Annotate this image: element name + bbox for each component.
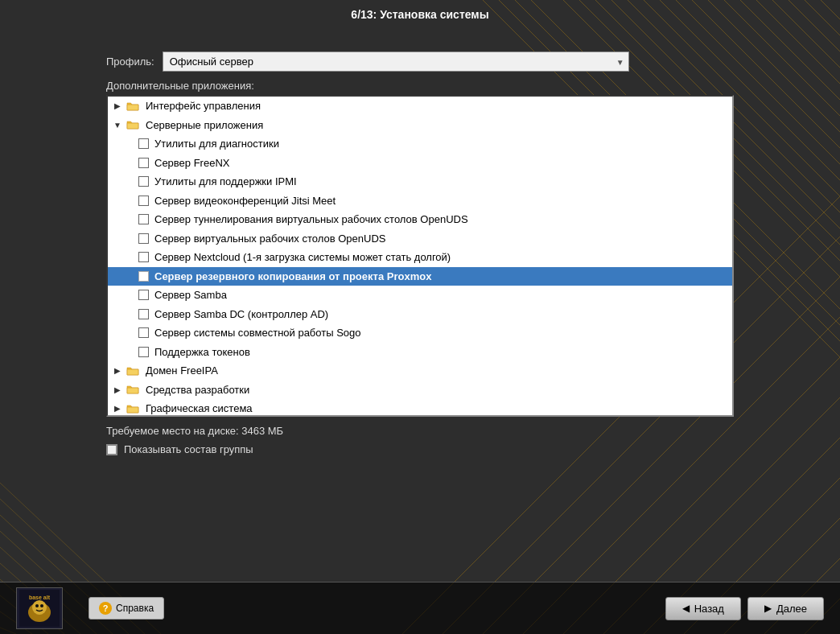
svg-point-53 [32,600,47,615]
help-icon: ? [99,602,112,615]
svg-point-55 [40,604,43,607]
nav-buttons: ◀ Назад ▶ Далее [665,597,824,620]
logo-area: base alt [16,587,80,629]
show-group-label: Показывать состав группы [124,443,253,455]
label-sogo: Сервер системы совместной работы Sogo [154,325,361,341]
profile-label: Профиль: [106,56,154,68]
back-button[interactable]: ◀ Назад [665,597,741,620]
logo-box: base alt [16,587,63,629]
tree-item-sogo[interactable]: Сервер системы совместной работы Sogo [108,323,732,343]
label-graphics: Графическая система [146,401,253,417]
label-openuds-tunnel: Сервер туннелирования виртуальных рабочи… [154,212,468,228]
disk-space: Требуемое место на диске: 3463 МБ [106,425,734,437]
toggle-freeipa[interactable]: ▶ [111,364,124,377]
folder-icon-server-apps [126,119,140,130]
tree-item-dev-tools[interactable]: ▶ Средства разработки [108,381,732,400]
label-server-apps: Серверные приложения [146,117,263,134]
main-content: Профиль: Офисный сервер Рабочая станция … [90,35,750,471]
next-arrow: ▶ [764,603,772,614]
tree-item-ipmi-utils[interactable]: Утилиты для поддержки IPMI [108,172,732,191]
checkbox-ipmi-utils[interactable] [138,176,149,187]
help-button[interactable]: ? Справка [89,597,164,620]
folder-icon-freeipa [126,365,140,377]
checkbox-sogo[interactable] [138,327,149,338]
tree-item-tokens[interactable]: Поддержка токенов [108,343,732,362]
svg-rect-46 [127,388,138,393]
checkbox-tokens[interactable] [138,347,149,357]
tree-item-proxmox-backup[interactable]: Сервер резервного копирования от проекта… [108,267,732,286]
label-jitsi: Сервер видеоконференций Jitsi Meet [154,193,336,209]
label-samba: Сервер Samba [154,287,227,303]
svg-rect-44 [127,123,138,129]
tree-container[interactable]: ▶ Интерфейс управления▼ Серверные прилож… [106,95,734,417]
label-samba-dc: Сервер Samba DC (контроллер AD) [154,307,328,323]
tree-item-diag-utils[interactable]: Утилиты для диагностики [108,134,732,154]
checkbox-openuds-vdi[interactable] [138,233,149,244]
tree-item-freeipa[interactable]: ▶ Домен FreeIPA [108,361,732,381]
svg-rect-43 [127,105,138,110]
profile-select[interactable]: Офисный сервер Рабочая станция Минимальн… [163,51,629,72]
additional-apps-label: Дополнительные приложения: [106,80,734,92]
folder-icon-mgmt-interface [126,101,140,112]
show-group-row: Показывать состав группы [106,443,734,455]
toggle-mgmt-interface[interactable]: ▶ [111,100,124,113]
checkbox-freenx[interactable] [138,158,149,168]
profile-select-wrapper: Офисный сервер Рабочая станция Минимальн… [163,51,629,72]
tree-item-graphics[interactable]: ▶ Графическая система [108,399,732,417]
next-button[interactable]: ▶ Далее [747,597,824,620]
label-ipmi-utils: Утилиты для поддержки IPMI [154,174,297,190]
title-bar: 6/13: Установка системы [0,0,840,27]
back-label: Назад [694,603,724,615]
tree-item-nextcloud[interactable]: Сервер Nextcloud (1-я загрузка системы м… [108,248,732,267]
checkbox-samba[interactable] [138,290,149,300]
tree-item-mgmt-interface[interactable]: ▶ Интерфейс управления [108,97,732,116]
tree-item-samba[interactable]: Сервер Samba [108,286,732,305]
profile-row: Профиль: Офисный сервер Рабочая станция … [106,51,734,72]
label-freeipa: Домен FreeIPA [146,363,218,379]
label-diag-utils: Утилиты для диагностики [154,136,279,152]
label-freenx: Сервер FreeNX [154,155,229,171]
folder-icon-dev-tools [126,384,140,395]
checkbox-samba-dc[interactable] [138,309,149,319]
svg-rect-45 [127,369,138,375]
label-proxmox-backup: Сервер резервного копирования от проекта… [154,269,431,285]
page-title: 6/13: Установка системы [351,8,488,21]
label-openuds-vdi: Сервер виртуальных рабочих столов OpenUD… [154,231,385,247]
show-group-checkbox[interactable] [106,444,117,455]
checkbox-proxmox-backup[interactable] [138,271,149,282]
checkbox-nextcloud[interactable] [138,252,149,262]
toggle-server-apps[interactable]: ▼ [111,118,124,131]
bottom-bar: base alt ? Справка ◀ Назад ▶ Далее [0,582,840,634]
tree-item-jitsi[interactable]: Сервер видеоконференций Jitsi Meet [108,191,732,211]
folder-icon-graphics [126,403,140,414]
svg-point-54 [35,604,39,607]
tree-item-samba-dc[interactable]: Сервер Samba DC (контроллер AD) [108,305,732,324]
back-arrow: ◀ [682,603,690,614]
checkbox-jitsi[interactable] [138,196,149,206]
tree-item-freenx[interactable]: Сервер FreeNX [108,154,732,173]
label-dev-tools: Средства разработки [146,382,249,398]
svg-text:base alt: base alt [29,595,51,600]
svg-rect-47 [127,407,138,413]
toggle-graphics[interactable]: ▶ [111,402,124,415]
tree-item-openuds-tunnel[interactable]: Сервер туннелирования виртуальных рабочи… [108,210,732,229]
help-label: Справка [116,603,154,614]
label-nextcloud: Сервер Nextcloud (1-я загрузка системы м… [154,249,451,266]
tree-item-server-apps[interactable]: ▼ Серверные приложения [108,116,732,135]
next-label: Далее [776,603,807,615]
tree-item-openuds-vdi[interactable]: Сервер виртуальных рабочих столов OpenUD… [108,229,732,249]
checkbox-diag-utils[interactable] [138,138,149,149]
label-mgmt-interface: Интерфейс управления [146,98,261,114]
checkbox-openuds-tunnel[interactable] [138,214,149,224]
label-tokens: Поддержка токенов [154,344,250,360]
toggle-dev-tools[interactable]: ▶ [111,383,124,396]
